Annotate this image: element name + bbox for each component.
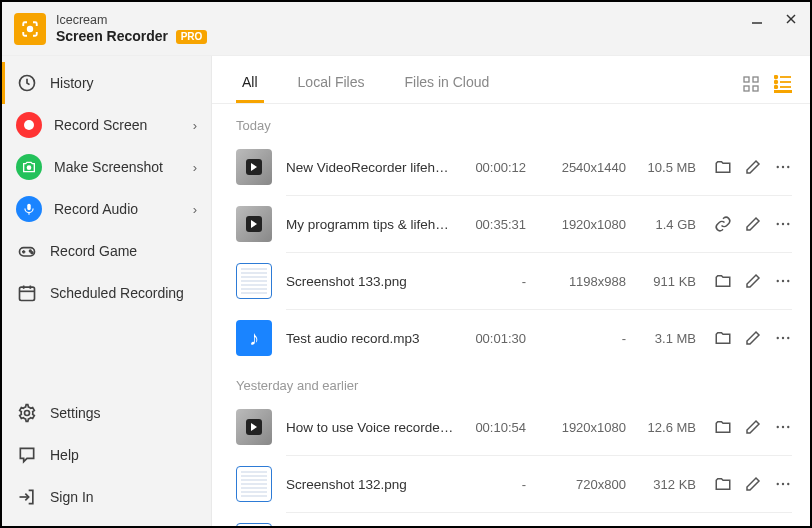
close-button[interactable] [784, 12, 800, 26]
sidebar-item-make-screenshot[interactable]: Make Screenshot› [2, 146, 211, 188]
list-item[interactable]: My programm tips & lifehacks.mp400:35:31… [230, 198, 792, 250]
open-folder-icon[interactable] [714, 158, 732, 176]
list-item[interactable]: Screenshot 133.png-1198x988911 KB [230, 255, 792, 307]
svg-point-6 [27, 165, 32, 170]
file-duration: 00:01:30 [456, 331, 526, 346]
chevron-right-icon: › [193, 202, 197, 217]
svg-point-43 [782, 426, 784, 428]
file-resolution: 1198x988 [526, 274, 626, 289]
file-duration: - [456, 274, 526, 289]
svg-point-28 [775, 85, 778, 88]
sidebar-item-record-game[interactable]: Record Game [2, 230, 211, 272]
sidebar-item-label: Record Screen [54, 117, 147, 133]
file-duration: 00:00:12 [456, 160, 526, 175]
app-title-line1: Icecream [56, 13, 207, 28]
open-folder-icon[interactable] [714, 475, 732, 493]
section-header: Yesterday and earlier [230, 364, 792, 401]
more-icon[interactable] [774, 215, 792, 233]
link-icon[interactable] [714, 215, 732, 233]
file-size: 1.4 GB [626, 217, 696, 232]
svg-point-42 [777, 426, 779, 428]
chevron-right-icon: › [193, 160, 197, 175]
file-resolution: 720x800 [526, 477, 626, 492]
sidebar-item-history[interactable]: History [2, 62, 211, 104]
sidebar-item-label: Settings [50, 405, 101, 421]
file-size: 3.1 MB [626, 331, 696, 346]
file-resolution: - [526, 331, 626, 346]
svg-point-0 [28, 26, 33, 31]
mic-icon [16, 196, 42, 222]
list-view-icon[interactable] [774, 75, 792, 93]
svg-rect-23 [753, 86, 758, 91]
file-name: Screenshot 133.png [286, 274, 456, 289]
help-icon [16, 444, 38, 466]
svg-rect-21 [753, 77, 758, 82]
more-icon[interactable] [774, 418, 792, 436]
more-icon[interactable] [774, 329, 792, 347]
edit-icon[interactable] [744, 215, 762, 233]
pro-badge: PRO [176, 30, 208, 44]
file-name: New VideoRecorder lifehacks.mp4 [286, 160, 456, 175]
list-item[interactable]: Screenshot 131.png-512x51222 KB [230, 515, 792, 526]
list-item[interactable]: How to use Voice recorder.mp400:10:54192… [230, 401, 792, 453]
tab-all[interactable]: All [236, 74, 264, 103]
edit-icon[interactable] [744, 418, 762, 436]
recordings-list: TodayNew VideoRecorder lifehacks.mp400:0… [212, 104, 810, 526]
file-name: My programm tips & lifehacks.mp4 [286, 217, 456, 232]
list-item[interactable]: New VideoRecorder lifehacks.mp400:00:122… [230, 141, 792, 193]
sidebar-item-record-audio[interactable]: Record Audio› [2, 188, 211, 230]
grid-view-icon[interactable] [742, 75, 760, 93]
edit-icon[interactable] [744, 158, 762, 176]
sidebar-item-label: Record Audio [54, 201, 138, 217]
file-duration: 00:10:54 [456, 420, 526, 435]
audio-thumbnail [236, 320, 272, 356]
open-folder-icon[interactable] [714, 272, 732, 290]
open-folder-icon[interactable] [714, 418, 732, 436]
svg-point-35 [787, 223, 789, 225]
file-duration: 00:35:31 [456, 217, 526, 232]
file-resolution: 2540x1440 [526, 160, 626, 175]
sidebar-item-label: History [50, 75, 94, 91]
svg-point-33 [777, 223, 779, 225]
svg-point-18 [25, 411, 30, 416]
sidebar-item-sign-in[interactable]: Sign In [2, 476, 211, 518]
more-icon[interactable] [774, 158, 792, 176]
sidebar-item-settings[interactable]: Settings [2, 392, 211, 434]
svg-point-38 [787, 280, 789, 282]
signin-icon [16, 486, 38, 508]
video-thumbnail [236, 409, 272, 445]
file-size: 12.6 MB [626, 420, 696, 435]
list-item[interactable]: Test audio record.mp300:01:30-3.1 MB [230, 312, 792, 364]
svg-point-13 [31, 252, 33, 254]
file-name: How to use Voice recorder.mp4 [286, 420, 456, 435]
open-folder-icon[interactable] [714, 329, 732, 347]
sidebar-item-record-screen[interactable]: Record Screen› [2, 104, 211, 146]
file-size: 312 KB [626, 477, 696, 492]
file-name: Screenshot 132.png [286, 477, 456, 492]
svg-rect-14 [20, 287, 35, 300]
main-panel: AllLocal FilesFiles in Cloud TodayNew Vi… [212, 56, 810, 526]
chevron-right-icon: › [193, 118, 197, 133]
sidebar-item-scheduled-recording[interactable]: Scheduled Recording [2, 272, 211, 314]
game-icon [16, 240, 38, 262]
file-name: Test audio record.mp3 [286, 331, 456, 346]
more-icon[interactable] [774, 272, 792, 290]
edit-icon[interactable] [744, 329, 762, 347]
sidebar-item-label: Sign In [50, 489, 94, 505]
minimize-button[interactable] [750, 12, 766, 26]
settings-icon [16, 402, 38, 424]
tab-local-files[interactable]: Local Files [292, 74, 371, 103]
tab-files-in-cloud[interactable]: Files in Cloud [398, 74, 495, 103]
svg-point-46 [782, 483, 784, 485]
svg-point-40 [782, 337, 784, 339]
edit-icon[interactable] [744, 475, 762, 493]
svg-point-24 [775, 75, 778, 78]
app-title: Icecream Screen Recorder PRO [56, 13, 207, 45]
cam-icon [16, 154, 42, 180]
more-icon[interactable] [774, 475, 792, 493]
sidebar-item-help[interactable]: Help [2, 434, 211, 476]
svg-point-31 [782, 166, 784, 168]
edit-icon[interactable] [744, 272, 762, 290]
list-item[interactable]: Screenshot 132.png-720x800312 KB [230, 458, 792, 510]
svg-point-5 [24, 120, 34, 130]
